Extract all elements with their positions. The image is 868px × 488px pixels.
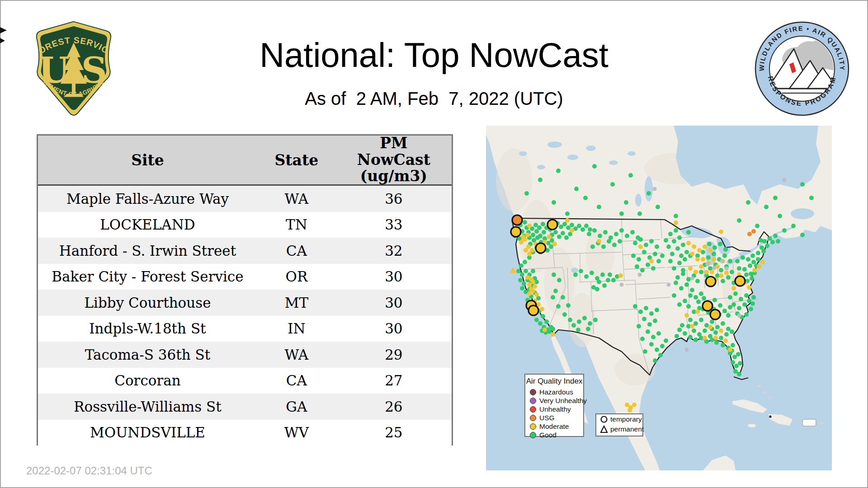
monitor-dot-moderate (724, 271, 729, 275)
monitor-dot-good (576, 328, 580, 332)
monitor-dot-good (660, 344, 665, 348)
monitor-dot-good (644, 243, 648, 247)
aqi-legend: Air Quality Index HazardousVery Unhealth… (524, 374, 584, 437)
state-cell: IN (257, 320, 336, 337)
monitor-dot-good (731, 343, 735, 347)
monitor-dot-moderate (723, 338, 728, 343)
monitor-dot-moderate (530, 248, 534, 253)
value-cell: 27 (336, 372, 452, 389)
monitor-dot-good (679, 286, 684, 291)
site-cell: Libby Courthouse (38, 295, 257, 311)
state-cell: CA (257, 243, 336, 259)
top-site-marker (710, 310, 720, 319)
monitor-dot-good (606, 278, 610, 282)
marker-legend-item: temporary (600, 414, 642, 424)
monitor-dot-good (553, 289, 558, 293)
monitor-dot-good (653, 319, 657, 323)
monitor-dot-good (726, 275, 731, 280)
monitor-dot-good (728, 259, 732, 263)
monitor-dot-usg (747, 232, 752, 236)
monitor-dot-good (744, 312, 749, 317)
monitor-dot-good (577, 224, 581, 228)
monitor-dot-good (750, 276, 754, 281)
monitor-dot-good (647, 322, 652, 327)
monitor-dot-good (637, 211, 642, 216)
monitor-dot-good (524, 191, 529, 196)
monitor-dot-good (677, 261, 682, 265)
monitor-dot-good (688, 318, 693, 322)
monitor-dot-good (734, 364, 739, 368)
monitor-dot-good (732, 355, 737, 359)
monitor-dot-moderate (713, 336, 718, 340)
aqi-legend-label: Good (539, 431, 557, 439)
monitor-dot-good (686, 230, 691, 235)
monitor-dot-moderate (708, 325, 712, 329)
monitor-dot-good (553, 230, 558, 235)
monitor-dot-good (656, 331, 661, 336)
nowcast-table: Site State PMNowCast(ug/m3) Maple Falls-… (37, 134, 453, 446)
monitor-dot-moderate (618, 273, 623, 278)
monitor-dot-moderate (703, 336, 707, 340)
state-cell: TN (257, 216, 336, 233)
site-cell: Baker City - Forest Service (38, 268, 257, 285)
monitor-dot-good (692, 328, 696, 333)
monitor-dot-good (773, 196, 778, 200)
monitor-dot-good (580, 227, 585, 232)
monitor-dot-good (670, 252, 675, 256)
monitor-dot-good (672, 293, 676, 298)
monitor-dot-good (625, 234, 629, 238)
aqi-legend-label: Very Unhealthy (539, 397, 587, 405)
monitor-dot-gray (725, 267, 729, 271)
monitor-dot-good (686, 277, 691, 282)
monitor-dot-good (675, 275, 680, 280)
aqi-legend-item: Unhealthy (530, 405, 583, 413)
monitor-dot-moderate (684, 313, 689, 318)
value-cell: 29 (336, 347, 452, 363)
monitor-dot-good (584, 224, 589, 228)
monitor-dot-moderate (570, 228, 574, 233)
monitor-dot-good (730, 329, 734, 334)
value-cell: 25 (336, 424, 452, 441)
monitor-dot-good (608, 272, 612, 277)
monitor-dot-good (755, 224, 760, 228)
monitor-dot-good (737, 218, 741, 223)
monitor-dot-good (593, 318, 598, 322)
monitor-dot-good (607, 239, 611, 244)
monitor-dot-moderate (625, 403, 629, 407)
unhealthy-swatch-icon (530, 406, 536, 413)
monitor-dot-moderate (728, 347, 732, 352)
monitor-dot-good (653, 252, 657, 256)
monitor-dot-good (531, 233, 535, 237)
monitor-dot-good (731, 302, 736, 307)
monitor-dot-good (524, 269, 528, 273)
monitor-dot-good (721, 343, 725, 347)
monitor-dot-moderate (731, 286, 736, 291)
monitor-dot-good (618, 239, 622, 244)
monitor-dot-good (764, 205, 769, 209)
monitor-dot-good (587, 232, 591, 236)
monitor-dot-good (672, 266, 676, 271)
monitor-dot-good (674, 281, 678, 285)
monitor-dot-good (644, 306, 648, 310)
monitor-dot-moderate (597, 239, 601, 244)
monitor-dot-good (724, 332, 729, 337)
monitor-dot-good (643, 349, 647, 354)
monitor-dot-good (690, 288, 694, 292)
monitor-dot-good (666, 244, 671, 249)
monitor-dot-good (677, 328, 682, 332)
monitor-dot-gray (685, 348, 689, 352)
monitor-dot-good (756, 251, 760, 255)
monitor-dot-good (597, 280, 601, 284)
monitor-dot-good (655, 308, 659, 312)
monitor-dot-good (619, 211, 624, 216)
value-cell: 30 (336, 320, 452, 337)
monitor-dot-moderate (704, 270, 709, 274)
monitor-dot-good (566, 303, 571, 308)
top-site-marker (511, 227, 521, 237)
table-row: LOCKELANDTN33 (38, 212, 452, 238)
monitor-dot-good (559, 225, 563, 229)
monitor-dot-good (683, 299, 687, 303)
monitor-dot-good (702, 296, 706, 300)
monitor-dot-good (768, 236, 772, 241)
moderate-swatch-icon (530, 423, 536, 430)
